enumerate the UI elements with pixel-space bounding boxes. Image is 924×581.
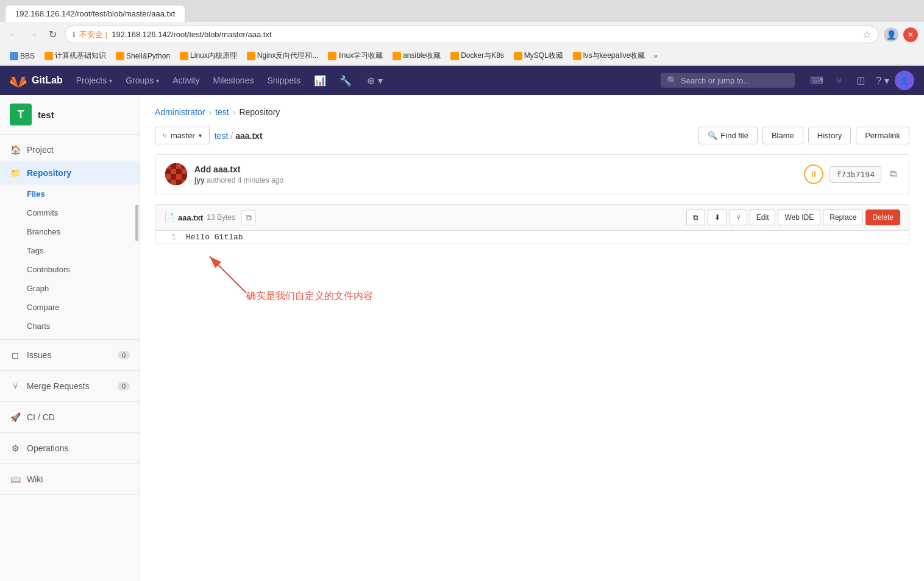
bookmark-label: lvs与keepalive收藏	[583, 51, 645, 61]
sidebar-wiki-section: 📖 Wiki	[0, 464, 140, 495]
nav-snippets-label: Snippets	[267, 76, 300, 85]
commit-pipeline-button[interactable]: ⏸	[804, 164, 823, 184]
bookmark-star-icon[interactable]: ☆	[862, 29, 871, 40]
svg-rect-1	[165, 163, 171, 169]
gitlab-search[interactable]: 🔍	[661, 73, 795, 88]
bookmark-ansible[interactable]: ansible收藏	[389, 49, 444, 62]
commit-avatar	[165, 163, 187, 185]
sidebar-scrollbar[interactable]	[135, 205, 138, 241]
permalink-label: Permalink	[865, 131, 900, 140]
nav-projects-label: Projects	[76, 76, 107, 85]
nav-snippets[interactable]: Snippets	[261, 66, 306, 95]
blame-label: Blame	[772, 131, 794, 140]
sidebar-item-project[interactable]: 🏠 Project	[0, 138, 140, 161]
copy-hash-button[interactable]: ⧉	[887, 166, 899, 182]
search-input[interactable]	[681, 76, 789, 85]
sidebar-item-charts[interactable]: Charts	[0, 317, 140, 336]
gitlab-nav: Projects ▾ Groups ▾ Activity Milestones …	[70, 66, 358, 95]
security-icon: ℹ	[73, 30, 76, 39]
chart-icon: 📊	[314, 75, 326, 86]
bookmark-bbs[interactable]: BBS	[6, 51, 38, 62]
bookmarks-more[interactable]: »	[651, 51, 660, 62]
bookmark-cs[interactable]: 计算机基础知识	[41, 49, 110, 62]
nav-chart-icon[interactable]: 📊	[308, 66, 332, 95]
bookmark-linux2[interactable]: linux学习收藏	[324, 49, 386, 62]
wiki-icon: 📖	[10, 474, 21, 485]
sidebar-item-wiki[interactable]: 📖 Wiki	[0, 468, 140, 491]
replace-button[interactable]: Replace	[823, 210, 863, 225]
sidebar-item-commits[interactable]: Commits	[0, 203, 140, 222]
web-ide-button[interactable]: Web IDE	[778, 210, 820, 225]
sidebar-item-compare[interactable]: Compare	[0, 298, 140, 317]
add-button[interactable]: ⊕ ▾	[365, 71, 385, 90]
branch-dropdown[interactable]: ⑂ master ▾	[155, 127, 210, 144]
blame-button[interactable]: Blame	[762, 127, 803, 144]
code-line-1: 1 Hello Gitlab	[155, 231, 909, 244]
user-avatar[interactable]: 👤	[895, 71, 914, 90]
merge-request-button[interactable]: ⑂	[829, 71, 848, 90]
sidebar-item-tags[interactable]: Tags	[0, 241, 140, 260]
find-file-button[interactable]: 🔍 Find file	[698, 127, 758, 144]
profile-button[interactable]: 👤	[884, 27, 898, 42]
breadcrumb-sep1: ›	[208, 107, 211, 117]
permalink-button[interactable]: Permalink	[856, 127, 909, 144]
nav-groups[interactable]: Groups ▾	[119, 66, 165, 95]
edit-button[interactable]: Edit	[750, 210, 776, 225]
sidebar-item-graph[interactable]: Graph	[0, 279, 140, 298]
bookmark-docker[interactable]: Docker与K8s	[447, 49, 508, 62]
sidebar-item-operations[interactable]: ⚙ Operations	[0, 437, 140, 460]
repository-icon: 📁	[10, 167, 21, 178]
history-button[interactable]: History	[808, 127, 851, 144]
copy-raw-button[interactable]: ⧉	[686, 210, 705, 225]
file-path-test[interactable]: test	[215, 131, 229, 141]
sidebar-item-issues[interactable]: ◻ Issues 0	[0, 343, 140, 367]
sidebar-item-cicd[interactable]: 🚀 CI / CD	[0, 406, 140, 429]
file-content: 1 Hello Gitlab	[155, 231, 909, 244]
bookmark-lvs[interactable]: lvs与keepalive收藏	[569, 49, 649, 62]
sidebar-repository-label: Repository	[27, 168, 71, 178]
breadcrumb: Administrator › test › Repository	[155, 107, 909, 117]
project-name: test	[38, 110, 54, 120]
annotation-text-wrapper: 确实是我们自定义的文件内容	[210, 290, 891, 303]
bookmark-linux[interactable]: Linux内核原理	[176, 49, 241, 62]
browser-toolbar: ← → ↻ ℹ 不安全 | 192.168.126.142/root/test/…	[0, 22, 924, 47]
sidebar-mr-section: ⑂ Merge Requests 0	[0, 371, 140, 402]
kbd-shortcut-button[interactable]: ⌨	[807, 71, 826, 90]
bookmark-mysql[interactable]: MySQL收藏	[510, 49, 567, 62]
bookmark-nginx[interactable]: Nginx反向代理和...	[243, 49, 322, 62]
help-button[interactable]: ? ▾	[873, 71, 892, 90]
breadcrumb-admin[interactable]: Administrator	[155, 107, 205, 117]
sidebar-item-branches[interactable]: Branches	[0, 222, 140, 241]
browser-tab-active[interactable]: 192.168.126.142/root/test/blob/master/aa…	[5, 5, 185, 22]
gitlab-header: GitLab Projects ▾ Groups ▾ Activity Mile…	[0, 66, 924, 95]
nav-wrench-icon[interactable]: 🔧	[333, 66, 358, 95]
annotation-arrow-svg	[197, 250, 271, 299]
copy-file-button[interactable]: ⧉	[241, 210, 256, 225]
close-button[interactable]: ✕	[903, 27, 918, 42]
reload-button[interactable]: ↻	[45, 27, 60, 42]
delete-button[interactable]: Delete	[865, 210, 900, 225]
back-button[interactable]: ←	[6, 27, 21, 42]
issues-button[interactable]: ◫	[851, 71, 870, 90]
sidebar-item-contributors[interactable]: Contributors	[0, 260, 140, 279]
url-bar[interactable]: ℹ 不安全 | 192.168.126.142/root/test/blob/m…	[65, 26, 879, 43]
blame-file-button[interactable]: ⑂	[730, 210, 747, 225]
sidebar-issues-label: Issues	[27, 350, 51, 360]
sidebar-item-files[interactable]: Files	[0, 185, 140, 203]
nav-projects[interactable]: Projects ▾	[70, 66, 119, 95]
download-button[interactable]: ⬇	[708, 210, 727, 225]
bookmark-label: Docker与K8s	[461, 51, 504, 61]
sidebar-item-repository[interactable]: 📁 Repository	[0, 161, 140, 185]
nav-milestones[interactable]: Milestones	[207, 66, 260, 95]
svg-rect-5	[165, 169, 171, 174]
gitlab-logo[interactable]: GitLab	[10, 72, 63, 89]
breadcrumb-test[interactable]: test	[215, 107, 229, 117]
nav-activity[interactable]: Activity	[166, 66, 205, 95]
commit-hash: f73b7194	[830, 166, 881, 183]
nav-milestones-label: Milestones	[213, 76, 254, 85]
forward-button[interactable]: →	[26, 27, 40, 42]
bookmark-shell[interactable]: Shell&Python	[112, 51, 174, 62]
find-file-label: Find file	[720, 131, 748, 140]
sidebar-project[interactable]: T test	[0, 95, 140, 135]
sidebar-item-merge-requests[interactable]: ⑂ Merge Requests 0	[0, 375, 140, 398]
